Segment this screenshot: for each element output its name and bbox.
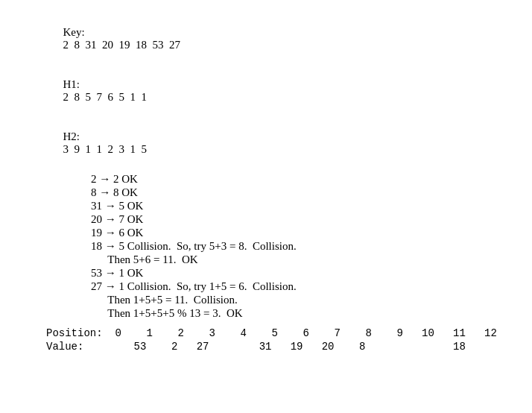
list-item: 2 → 2 OK [91,173,514,186]
problem-container: Key: 2 8 31 20 19 18 53 27 H1: 2 8 5 7 6… [18,13,514,353]
h1-values: 2 8 5 7 6 5 1 1 [63,91,148,103]
problem-block: Key: 2 8 31 20 19 18 53 27 H1: 2 8 5 7 6… [46,13,514,353]
final-section: Position: 0 1 2 3 4 5 6 7 8 9 10 11 12 V… [46,327,514,353]
list-item: Then 1+5+5+5 % 13 = 3. OK [91,307,514,320]
key-values: 2 8 31 20 19 18 53 27 [63,39,181,51]
list-item: 20 → 7 OK [91,213,514,226]
value-row: Value: 53 2 27 31 19 20 8 18 [46,341,514,353]
list-item: 27 → 1 Collision. So, try 1+5 = 6. Colli… [91,280,514,293]
h2-label: H2: [63,130,83,142]
list-item: 8 → 8 OK [91,186,514,199]
position-row: Position: 0 1 2 3 4 5 6 7 8 9 10 11 12 [46,327,514,339]
list-item: 19 → 6 OK [91,227,514,239]
list-item: Then 5+6 = 11. OK [91,253,514,266]
h2-values: 3 9 1 1 2 3 1 5 [63,143,148,155]
list-item: 53 → 1 OK [91,267,514,280]
h2-line: H2: 3 9 1 1 2 3 1 5 [46,118,514,168]
key-line: Key: 2 8 31 20 19 18 53 27 [46,13,514,64]
insert-list: 2 → 2 OK8 → 8 OK31 → 5 OK20 → 7 OK19 → 6… [91,173,514,320]
list-item: 31 → 5 OK [91,200,514,212]
list-item: Then 1+5+5 = 11. Collision. [91,294,514,306]
result-section: 2 → 2 OK8 → 8 OK31 → 5 OK20 → 7 OK19 → 6… [46,173,514,320]
key-label: Key: [63,26,88,38]
table-section: Position: 0 1 2 3 4 5 6 7 8 9 10 11 12 V… [46,327,514,353]
h1-line: H1: 2 8 5 7 6 5 1 1 [46,66,514,116]
h1-label: H1: [63,78,83,90]
list-item: 18 → 5 Collision. So, try 5+3 = 8. Colli… [91,240,514,253]
